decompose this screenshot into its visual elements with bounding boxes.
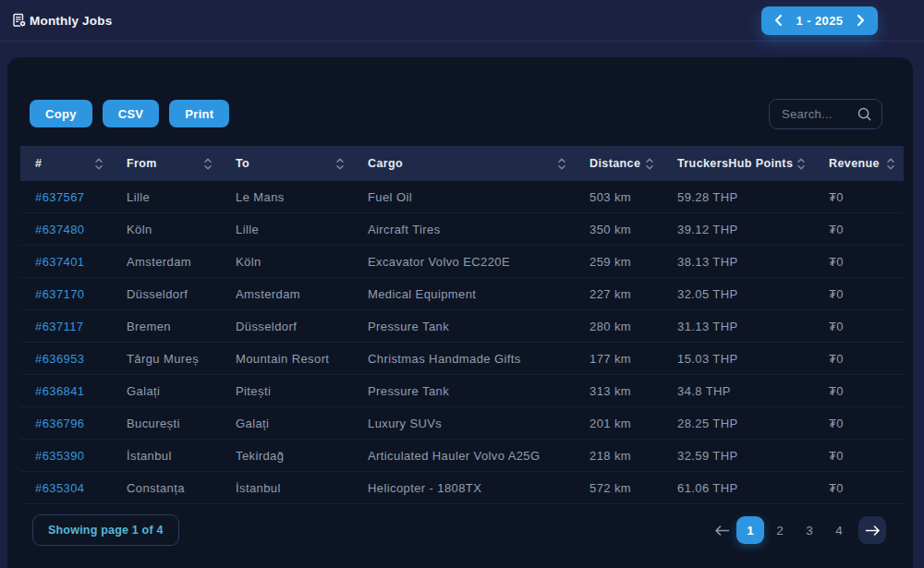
cell-from: Târgu Mureș	[112, 352, 221, 366]
page-button-4[interactable]: 4	[825, 516, 853, 544]
cell-from: Galați	[112, 384, 221, 398]
cell-points: 61.06 THP	[663, 481, 814, 495]
cell-points: 59.28 THP	[663, 190, 814, 204]
job-id-link[interactable]: #637117	[35, 320, 83, 333]
cell-cargo: Christmas Handmade Gifts	[353, 352, 575, 366]
page-button-1[interactable]: 1	[736, 516, 764, 544]
table-row[interactable]: #636796 București Galați Luxury SUVs 201…	[20, 407, 904, 440]
table-row[interactable]: #635304 Constanța İstanbul Helicopter - …	[20, 472, 904, 504]
column-header-from[interactable]: From	[112, 157, 221, 171]
print-button[interactable]: Print	[169, 100, 229, 127]
job-id-link[interactable]: #635390	[35, 449, 84, 463]
cell-distance: 177 km	[575, 352, 663, 366]
job-id-link[interactable]: #637480	[35, 223, 84, 236]
cell-cargo: Pressure Tank	[353, 384, 575, 398]
cell-revenue: ₮0	[814, 417, 904, 430]
sort-up-down-icon	[887, 157, 894, 171]
month-pager-label: 1 - 2025	[796, 14, 844, 28]
copy-button[interactable]: Copy	[30, 100, 92, 127]
cell-cargo: Aircraft Tires	[353, 223, 575, 236]
cell-points: 32.59 THP	[663, 449, 814, 463]
table-row[interactable]: #636841 Galați Pitești Pressure Tank 313…	[20, 375, 904, 407]
topbar: Monthly Jobs 1 - 2025	[0, 0, 924, 42]
page-button-3[interactable]: 3	[796, 516, 823, 544]
job-id-link[interactable]: #636796	[35, 417, 84, 430]
column-header-to[interactable]: To	[221, 157, 353, 171]
csv-button[interactable]: CSV	[103, 100, 160, 127]
cell-to: İstanbul	[221, 481, 353, 495]
cell-cargo: Excavator Volvo EC220E	[353, 255, 575, 269]
cell-revenue: ₮0	[814, 255, 904, 269]
job-id-link[interactable]: #637170	[35, 287, 84, 301]
cell-points: 34.8 THP	[663, 384, 814, 398]
table-row[interactable]: #637117 Bremen Düsseldorf Pressure Tank …	[20, 310, 904, 343]
cell-from: Constanța	[112, 481, 221, 495]
cell-to: Mountain Resort	[221, 352, 353, 366]
cell-to: Galați	[221, 417, 353, 430]
cell-from: Amsterdam	[112, 255, 221, 269]
cell-cargo: Medical Equipment	[353, 287, 575, 301]
month-pager: 1 - 2025	[761, 6, 878, 35]
column-header-distance[interactable]: Distance	[575, 157, 663, 171]
cell-distance: 503 km	[575, 190, 663, 204]
table-row[interactable]: #637170 Düsseldorf Amsterdam Medical Equ…	[20, 278, 904, 310]
job-id-link[interactable]: #635304	[35, 481, 84, 495]
prev-page-button[interactable]	[709, 525, 736, 537]
pagination: 1 2 3 4	[709, 516, 886, 544]
cell-distance: 313 km	[575, 384, 663, 398]
cell-to: Le Mans	[221, 190, 353, 204]
cell-to: Düsseldorf	[221, 320, 353, 333]
table-body: #637567 Lille Le Mans Fuel Oil 503 km 59…	[20, 181, 904, 504]
table-row[interactable]: #637401 Amsterdam Köln Excavator Volvo E…	[20, 246, 904, 278]
cell-cargo: Pressure Tank	[353, 320, 575, 333]
cell-points: 28.25 THP	[663, 417, 814, 430]
sort-up-down-icon	[646, 157, 653, 171]
cell-from: Düsseldorf	[112, 287, 221, 301]
table-header-row: # From To Cargo Distance TruckersHub Poi…	[20, 146, 904, 181]
column-header-points[interactable]: TruckersHub Points	[663, 157, 814, 171]
cell-to: Pitești	[221, 384, 353, 398]
cell-cargo: Helicopter - 1808TX	[353, 481, 575, 495]
cell-revenue: ₮0	[814, 449, 904, 463]
next-month-button[interactable]	[855, 13, 867, 28]
cell-revenue: ₮0	[814, 223, 904, 236]
sort-up-down-icon	[204, 157, 212, 171]
sort-up-down-icon	[336, 157, 344, 171]
search-box	[769, 99, 882, 129]
prev-month-button[interactable]	[772, 13, 784, 28]
job-id-link[interactable]: #637401	[35, 255, 84, 269]
cell-revenue: ₮0	[814, 384, 904, 398]
arrow-left-icon	[714, 525, 730, 537]
sort-up-down-icon	[558, 157, 565, 171]
table-row[interactable]: #637567 Lille Le Mans Fuel Oil 503 km 59…	[20, 181, 904, 213]
table-row[interactable]: #635390 İstanbul Tekirdağ Articulated Ha…	[20, 440, 904, 472]
cell-from: Köln	[112, 223, 221, 236]
page-button-2[interactable]: 2	[766, 516, 794, 544]
cell-to: Tekirdağ	[221, 449, 353, 463]
column-header-revenue[interactable]: Revenue	[814, 157, 904, 171]
job-id-link[interactable]: #637567	[35, 190, 84, 204]
job-id-link[interactable]: #636953	[35, 352, 84, 366]
cell-to: Köln	[221, 255, 353, 269]
next-page-button[interactable]	[858, 516, 886, 544]
cell-from: Bremen	[112, 320, 221, 333]
job-id-link[interactable]: #636841	[35, 384, 84, 398]
table-row[interactable]: #636953 Târgu Mureș Mountain Resort Chri…	[20, 343, 904, 375]
cell-from: İstanbul	[112, 449, 221, 463]
cell-cargo: Articulated Hauler Volvo A25G	[353, 449, 575, 463]
column-header-cargo[interactable]: Cargo	[353, 157, 575, 171]
jobs-table: # From To Cargo Distance TruckersHub Poi…	[20, 146, 904, 504]
jobs-card: Copy CSV Print # From To	[7, 57, 913, 568]
cell-from: București	[112, 417, 221, 430]
cell-revenue: ₮0	[814, 190, 904, 204]
magnifier-icon[interactable]	[857, 106, 872, 126]
cell-from: Lille	[112, 190, 221, 204]
column-header-id[interactable]: #	[20, 157, 112, 171]
table-row[interactable]: #637480 Köln Lille Aircraft Tires 350 km…	[20, 213, 904, 246]
sort-up-down-icon	[95, 157, 103, 171]
cell-points: 39.12 THP	[663, 223, 814, 236]
arrow-right-icon	[865, 525, 881, 537]
chevron-right-icon	[857, 15, 865, 26]
cell-revenue: ₮0	[814, 320, 904, 333]
cell-distance: 280 km	[575, 320, 663, 333]
